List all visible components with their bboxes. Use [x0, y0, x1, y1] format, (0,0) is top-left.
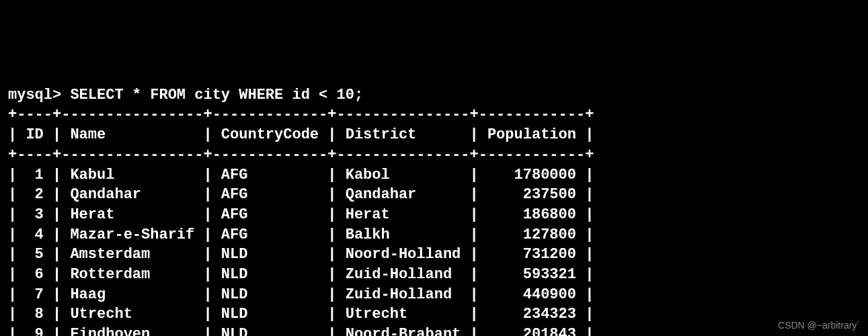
table-rows: | 1 | Kabul | AFG | Kabol | 1780000 | | … [8, 167, 594, 337]
mysql-prompt: mysql> [8, 87, 70, 103]
table-header: | ID | Name | CountryCode | District | P… [8, 126, 594, 143]
watermark: CSDN @~arbitrary` [778, 319, 860, 332]
sql-query: SELECT * FROM city WHERE id < 10; [70, 87, 363, 103]
table-border-top: +----+----------------+-------------+---… [8, 106, 594, 123]
terminal-output: mysql> SELECT * FROM city WHERE id < 10;… [8, 85, 860, 336]
table-border-mid: +----+----------------+-------------+---… [8, 146, 594, 163]
